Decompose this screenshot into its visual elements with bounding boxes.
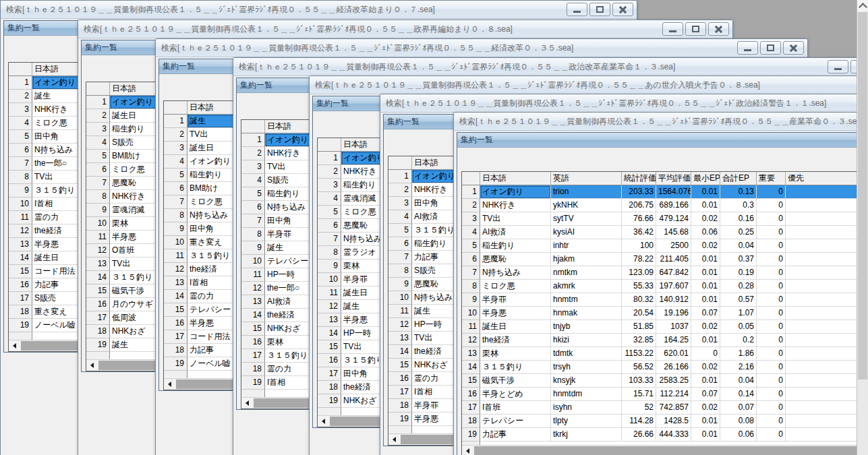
table-cell[interactable]: 力記事 [412, 251, 459, 264]
table-cell[interactable]: テレパシー [265, 255, 312, 268]
table-row[interactable]: 19ノーベル嘘 [9, 319, 80, 332]
row-number[interactable]: 14 [318, 327, 341, 340]
table-row[interactable]: 17コード用法 [164, 330, 235, 344]
row-number[interactable]: 5 [241, 187, 265, 201]
table-row[interactable]: 2誕生日 [86, 109, 157, 123]
scroll-left-button[interactable] [462, 446, 473, 455]
row-number[interactable]: 19 [86, 338, 110, 352]
table-cell[interactable] [786, 239, 860, 253]
table-cell[interactable]: 低周波 [110, 311, 157, 325]
table-cell[interactable]: I首班 [480, 401, 551, 415]
window-title-bar[interactable]: 検索[ｔｈｅ２５１０１９＿＿質量制御再現公表１．５＿＿ｼﾞｪﾄﾞ霊界ﾗｼﾞｵ再現… [78, 20, 732, 38]
row-number[interactable]: 10 [388, 291, 412, 305]
table-row[interactable]: 17I首班isyhn52742.8570.020.070 [462, 401, 866, 415]
row-number[interactable]: 16 [318, 354, 341, 367]
table-cell[interactable]: 51.85 [622, 320, 656, 334]
table-cell[interactable]: 0.02 [691, 401, 720, 415]
table-cell[interactable]: 0 [757, 347, 786, 361]
table-row[interactable]: 7the一郎○ [9, 157, 80, 171]
scroll-left-button[interactable] [9, 340, 20, 351]
table-cell[interactable]: 田中角 [265, 214, 312, 228]
table-row[interactable]: 7ミロク悪 [164, 195, 235, 209]
table-row[interactable]: 18重さ変え [9, 305, 80, 319]
row-number[interactable]: 7 [462, 266, 480, 280]
column-header[interactable]: 日本語 [32, 63, 80, 76]
row-number[interactable]: 13 [318, 313, 341, 327]
table-cell[interactable] [786, 266, 860, 280]
row-number[interactable]: 12 [9, 224, 32, 238]
table-cell[interactable]: 0.01 [691, 266, 720, 280]
table-cell[interactable]: tdmtk [551, 347, 622, 361]
table-cell[interactable]: 霊の力 [412, 372, 459, 386]
table-cell[interactable]: 半身悪 [412, 413, 459, 426]
row-number[interactable]: 9 [241, 241, 265, 255]
table-cell[interactable]: N持ち込み [32, 144, 80, 157]
table-cell[interactable]: 誕生 [187, 115, 235, 128]
table-cell[interactable]: ykNHK [551, 199, 622, 212]
table-cell[interactable]: 0 [757, 199, 786, 212]
table-cell[interactable]: ノーベル嘘 [32, 319, 80, 332]
table-cell[interactable]: イオン釣り [412, 170, 459, 183]
row-number[interactable]: 10 [462, 307, 480, 320]
row-number[interactable]: 16 [86, 298, 110, 311]
row-number[interactable]: 18 [388, 399, 412, 413]
row-number[interactable]: 17 [9, 292, 32, 305]
table-cell[interactable]: inhtr [551, 239, 622, 253]
table-cell[interactable]: ３１５釣り [32, 184, 80, 198]
row-number[interactable]: 8 [388, 264, 412, 278]
row-number[interactable]: 17 [388, 386, 412, 399]
row-number[interactable]: 9 [164, 222, 187, 236]
table-cell[interactable]: 0 [757, 226, 786, 239]
table-cell[interactable]: イオン釣り [265, 133, 312, 147]
maximize-button[interactable] [589, 3, 610, 16]
row-number[interactable]: 13 [164, 276, 187, 290]
row-number[interactable]: 3 [388, 197, 412, 210]
row-number[interactable]: 16 [388, 372, 412, 386]
table-row[interactable]: 16栗林 [241, 336, 312, 349]
table-cell[interactable]: the経済 [480, 334, 551, 347]
table-cell[interactable]: 0 [757, 253, 786, 266]
scroll-left-button[interactable] [164, 379, 175, 389]
table-row[interactable]: 11半身悪 [86, 231, 157, 244]
row-number[interactable]: 11 [462, 320, 480, 334]
row-number[interactable]: 1 [388, 170, 412, 183]
table-cell[interactable]: S販売 [265, 174, 312, 187]
table-row[interactable]: 15NHKおざ [388, 359, 459, 372]
table-row[interactable]: 2NHK行き [388, 183, 459, 197]
row-number[interactable]: 11 [9, 211, 32, 224]
row-number[interactable]: 15 [86, 284, 110, 298]
table-cell[interactable]: 211.405 [656, 253, 691, 266]
window-title-bar[interactable]: 検索[ｔｈｅ２５１０１９＿＿質量制御再現公表１．５＿＿ｼﾞｪﾄﾞ霊界ﾗｼﾞｵ再現… [310, 76, 868, 94]
table-cell[interactable]: I首相 [187, 276, 235, 290]
table-cell[interactable] [786, 226, 860, 239]
table-cell[interactable]: 悪魔恥 [110, 177, 157, 190]
table-row[interactable]: 2TV出 [164, 128, 235, 142]
table-cell[interactable]: trsyh [551, 361, 622, 374]
table-cell[interactable]: NHK行き [480, 199, 551, 212]
row-number[interactable]: 2 [388, 183, 412, 197]
table-row[interactable]: 1イオン釣りtrion203.331564.0760.010.130 [462, 185, 866, 199]
table-cell[interactable]: ミロク悪 [32, 117, 80, 130]
table-cell[interactable]: N持ち込み [480, 266, 551, 280]
table-cell[interactable]: 0.04 [720, 374, 757, 388]
table-cell[interactable]: 稲生釣り [265, 187, 312, 201]
table-cell[interactable]: hnmtm [551, 293, 622, 307]
close-button[interactable] [708, 22, 729, 36]
table-cell[interactable]: 0.07 [691, 307, 720, 320]
table-row[interactable]: 16月のウサギ [86, 298, 157, 311]
row-number[interactable]: 3 [462, 212, 480, 226]
table-cell[interactable]: 0 [757, 239, 786, 253]
table-cell[interactable]: 重さ変え [187, 236, 235, 249]
table-cell[interactable]: 145.68 [656, 226, 691, 239]
table-cell[interactable]: 80.32 [622, 293, 656, 307]
vertical-scrollbar-thumb[interactable] [858, 12, 867, 380]
table-cell[interactable]: 半身罪 [480, 293, 551, 307]
table-row[interactable]: 17S販売 [9, 292, 80, 305]
table-cell[interactable]: I首相 [265, 376, 312, 390]
row-number[interactable]: 11 [318, 286, 341, 300]
table-cell[interactable]: I首相 [412, 386, 459, 399]
table-cell[interactable]: 誕生 [265, 241, 312, 255]
table-row[interactable]: 7N持ち込み [318, 233, 388, 246]
scroll-left-button[interactable] [86, 360, 98, 370]
table-cell[interactable] [786, 388, 860, 401]
